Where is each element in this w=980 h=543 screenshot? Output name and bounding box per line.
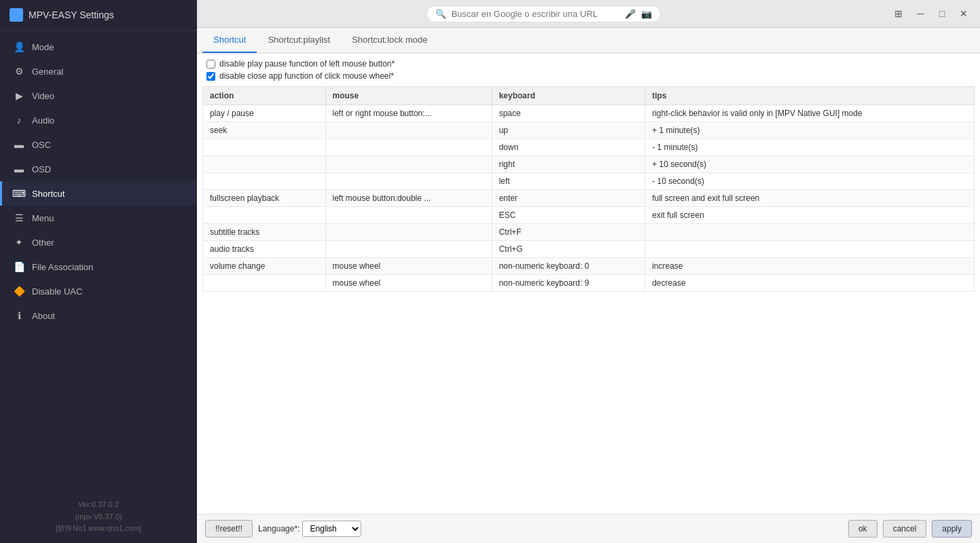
table-header-row: actionmousekeyboardtips [203,87,975,105]
search-input[interactable] [452,9,620,19]
tab-shortcut-playlist[interactable]: Shortcut:playlist [257,28,341,53]
nav-label-about: About [32,311,55,321]
sidebar-item-disable-uac[interactable]: 🔶 Disable UAC [0,279,197,303]
table-cell-action-8: audio tracks [203,241,326,258]
table-header-keyboard: keyboard [492,87,645,105]
nav-icon-osc: ▬ [13,138,25,151]
table-cell-keyboard-1: up [492,122,645,139]
table-cell-mouse-6 [325,207,492,224]
sidebar-item-shortcut[interactable]: ⌨ Shortcut [0,181,197,206]
nav-icon-video: ▶ [13,90,25,102]
table-cell-mouse-2 [325,139,492,156]
nav-label-general: General [32,67,63,77]
main-area: 🔍 🎤 📷 ⊞ ─ □ ✕ ShortcutShortcut:playlistS… [197,0,980,543]
table-cell-action-5: fullscreen playback [203,190,326,207]
sidebar-item-mode[interactable]: 👤 Mode [0,35,197,59]
sidebar-item-file-association[interactable]: 📄 File Association [0,255,197,279]
table-cell-mouse-4 [325,173,492,190]
mpv-version-text: (mpv V0.37.0) [10,511,187,523]
app-title: MPV-EASY Settings [29,10,114,20]
checkbox-disable-close-app[interactable] [206,72,215,81]
table-cell-mouse-10: mouse wheel [325,275,492,292]
table-row: volume changemouse wheelnon-numeric keyb… [203,258,975,275]
table-row: ESCexit full screen [203,207,975,224]
reset-button[interactable]: !!reset!! [205,520,253,538]
table-cell-tips-8 [645,241,975,258]
checkbox-disable-play-pause[interactable] [206,60,215,69]
nav-label-other: Other [32,238,54,248]
nav-label-disable-uac: Disable UAC [32,286,82,297]
sidebar-item-menu[interactable]: ☰ Menu [0,206,197,230]
sidebar-nav: 👤 Mode ⚙ General ▶ Video ♪ Audio ▬ OSC ▬… [0,31,197,493]
language-label: Language*: [258,524,300,533]
table-row: play / pauseleft or right mouse button:.… [203,105,975,122]
table-cell-action-1: seek [203,122,326,139]
table-cell-tips-3: + 10 second(s) [645,156,975,173]
app-icon [10,8,23,22]
table-cell-action-4 [203,173,326,190]
nav-icon-audio: ♪ [13,114,25,126]
table-cell-mouse-9: mouse wheel [325,258,492,275]
nav-icon-other: ✦ [13,236,25,248]
language-select[interactable]: EnglishChineseJapanese [302,521,361,537]
table-cell-tips-9: increase [645,258,975,275]
nav-icon-shortcut: ⌨ [13,187,25,200]
sidebar-item-osd[interactable]: ▬ OSD [0,157,197,181]
table-row: audio tracksCtrl+G [203,241,975,258]
table-cell-action-2 [203,139,326,156]
table-cell-tips-1: + 1 minute(s) [645,122,975,139]
search-bar[interactable]: 🔍 🎤 📷 [427,5,661,22]
shortcut-table: actionmousekeyboardtips play / pauseleft… [202,86,975,292]
nav-label-menu: Menu [32,213,54,223]
search-icon: 🔍 [435,9,446,19]
close-button[interactable]: ✕ [954,4,973,23]
sidebar-item-audio[interactable]: ♪ Audio [0,108,197,132]
table-row: down- 1 minute(s) [203,139,975,156]
sidebar-item-general[interactable]: ⚙ General [0,59,197,83]
table-cell-keyboard-7: Ctrl+F [492,224,645,241]
nav-label-audio: Audio [32,115,54,126]
table-cell-tips-6: exit full screen [645,207,975,224]
table-cell-action-10 [203,275,326,292]
language-selector-area: Language*: EnglishChineseJapanese [258,521,361,537]
minimize-button[interactable]: ─ [911,4,930,23]
apply-button[interactable]: apply [932,520,972,538]
nav-icon-about: ℹ [13,310,25,322]
checkbox-label-disable-play-pause: disable play pause function of left mous… [219,59,395,69]
nav-icon-menu: ☰ [13,212,25,224]
table-cell-keyboard-4: left [492,173,645,190]
checkbox-area: disable play pause function of left mous… [197,54,980,86]
table-header-action: action [203,87,326,105]
checkbox-label-disable-close-app: disable close app function of click mous… [219,71,394,81]
tab-shortcut[interactable]: Shortcut [202,28,257,53]
cancel-button[interactable]: cancel [883,520,927,538]
sidebar-item-osc[interactable]: ▬ OSC [0,132,197,157]
software-text: [软件No1 www.rjno1.com] [10,523,187,535]
nav-label-osd: OSD [32,164,51,174]
table-cell-tips-4: - 10 second(s) [645,173,975,190]
table-cell-keyboard-5: enter [492,190,645,207]
bottom-bar: !!reset!! Language*: EnglishChineseJapan… [197,514,980,543]
nav-label-shortcut: Shortcut [32,189,65,199]
nav-label-file-association: File Association [32,262,93,272]
ok-button[interactable]: ok [848,520,877,538]
lens-icon[interactable]: 📷 [641,9,652,19]
maximize-button[interactable]: □ [932,4,951,23]
mic-icon[interactable]: 🎤 [625,9,636,19]
window-controls: ⊞ ─ □ ✕ [889,4,973,23]
table-header-mouse: mouse [325,87,492,105]
sidebar-item-about[interactable]: ℹ About [0,303,197,328]
table-row: seekup+ 1 minute(s) [203,122,975,139]
nav-icon-osd: ▬ [13,163,25,175]
table-cell-keyboard-6: ESC [492,207,645,224]
table-container: actionmousekeyboardtips play / pauseleft… [197,86,980,514]
sidebar-item-video[interactable]: ▶ Video [0,83,197,108]
table-header: actionmousekeyboardtips [203,87,975,105]
table-cell-mouse-7 [325,224,492,241]
browser-bar: 🔍 🎤 📷 ⊞ ─ □ ✕ [197,0,980,28]
tab-shortcut-lock-mode[interactable]: Shortcut:lock mode [341,28,438,53]
sidebar-item-other[interactable]: ✦ Other [0,230,197,255]
pin-button[interactable]: ⊞ [889,4,908,23]
table-cell-keyboard-0: space [492,105,645,122]
checkbox-row-disable-close-app: disable close app function of click mous… [206,71,970,81]
